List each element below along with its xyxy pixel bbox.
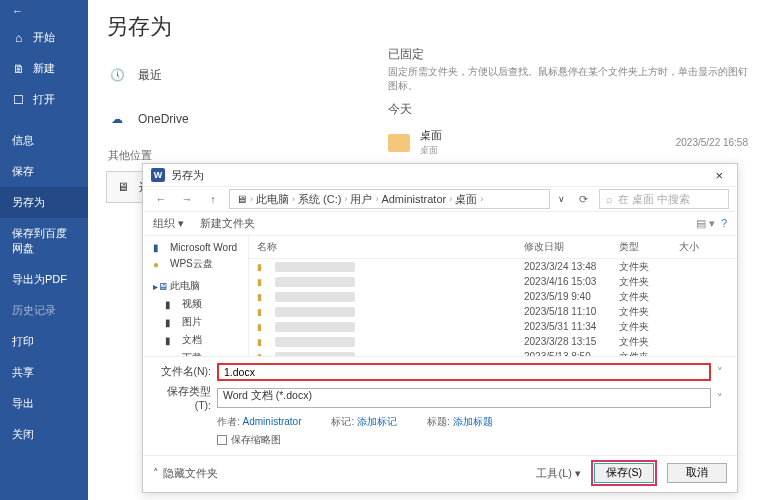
refresh-icon[interactable]: ⟳ — [573, 189, 593, 209]
filename-input[interactable] — [217, 363, 711, 381]
chevron-up-icon: ˄ — [153, 467, 159, 480]
tools-menu[interactable]: 工具(L) ▾ — [536, 466, 581, 481]
folder-icon — [388, 134, 410, 152]
title-value[interactable]: 添加标题 — [453, 416, 493, 427]
onedrive-icon: ☁ — [108, 110, 126, 128]
nav-forward-icon[interactable]: → — [177, 189, 197, 209]
tree-pictures[interactable]: ▮图片 — [143, 313, 248, 331]
dialog-buttons: ˄隐藏文件夹 工具(L) ▾ 保存(S) 取消 — [143, 455, 737, 492]
author-value[interactable]: Administrator — [243, 416, 302, 427]
sidebar-item-pdf[interactable]: 导出为PDF — [0, 264, 88, 295]
sidebar-item-baidu[interactable]: 保存到百度网盘 — [0, 218, 88, 264]
file-row[interactable]: ▮2023/3/24 13:48文件夹 — [249, 259, 737, 274]
tree-this-pc[interactable]: ▸🖥此电脑 — [143, 277, 248, 295]
pc-icon: ▸🖥 — [153, 281, 165, 292]
tag-value[interactable]: 添加标记 — [357, 416, 397, 427]
pc-icon: 🖥 — [236, 193, 247, 205]
dialog-footer: 文件名(N): ˅ 保存类型(T): Word 文档 (*.docx) ˅ 作者… — [143, 356, 737, 455]
file-list: 名称 修改日期 类型 大小 ▮2023/3/24 13:48文件夹▮2023/4… — [249, 236, 737, 356]
thumbnail-checkbox[interactable]: 保存缩略图 — [153, 433, 727, 447]
pinned-heading: 已固定 — [388, 46, 748, 63]
help-icon[interactable]: ? — [721, 217, 727, 230]
save-as-dialog: W 另存为 × ← → ↑ 🖥› 此电脑› 系统 (C:)› 用户› Admin… — [142, 163, 738, 493]
dialog-toolbar: 组织 ▾ 新建文件夹 ▤ ▾ ? — [143, 212, 737, 236]
sidebar-item-save[interactable]: 保存 — [0, 156, 88, 187]
picture-icon: ▮ — [165, 317, 177, 328]
clock-icon: 🕔 — [108, 66, 126, 84]
wps-icon: ● — [153, 259, 165, 270]
page-title: 另存为 — [106, 12, 744, 42]
cancel-button[interactable]: 取消 — [667, 463, 727, 483]
filetype-select[interactable]: Word 文档 (*.docx) — [217, 388, 711, 408]
file-row[interactable]: ▮2023/5/13 8:50文件夹 — [249, 349, 737, 356]
close-icon[interactable]: × — [709, 168, 729, 183]
organize-menu[interactable]: 组织 ▾ — [153, 216, 184, 231]
tree-documents[interactable]: ▮文档 — [143, 331, 248, 349]
file-row[interactable]: ▮2023/5/19 9:40文件夹 — [249, 289, 737, 304]
dialog-nav: ← → ↑ 🖥› 此电脑› 系统 (C:)› 用户› Administrator… — [143, 186, 737, 212]
today-heading: 今天 — [388, 101, 748, 118]
file-row[interactable]: ▮2023/5/18 11:10文件夹 — [249, 304, 737, 319]
search-icon: ⌕ — [606, 193, 613, 205]
file-row[interactable]: ▮2023/3/28 13:15文件夹 — [249, 334, 737, 349]
collapse-folders[interactable]: ˄隐藏文件夹 — [153, 466, 218, 481]
search-input[interactable]: ⌕在 桌面 中搜索 — [599, 189, 729, 209]
save-button[interactable]: 保存(S) — [594, 463, 654, 483]
sidebar-item-saveas[interactable]: 另存为 — [0, 187, 88, 218]
breadcrumb[interactable]: 🖥› 此电脑› 系统 (C:)› 用户› Administrator› 桌面› — [229, 189, 550, 209]
sidebar-item-export[interactable]: 导出 — [0, 388, 88, 419]
file-row[interactable]: ▮2023/5/31 11:34文件夹 — [249, 319, 737, 334]
sidebar-item-new[interactable]: 🗎新建 — [0, 53, 88, 84]
sidebar-item-home[interactable]: ⌂开始 — [0, 22, 88, 53]
nav-up-icon[interactable]: ↑ — [203, 189, 223, 209]
tree-downloads[interactable]: ↓下载 — [143, 349, 248, 356]
backstage-sidebar: ← ⌂开始 🗎新建 ☐打开 信息 保存 另存为 保存到百度网盘 导出为PDF 历… — [0, 0, 88, 500]
nav-back-icon[interactable]: ← — [151, 189, 171, 209]
sidebar-item-share[interactable]: 共享 — [0, 357, 88, 388]
new-folder-button[interactable]: 新建文件夹 — [200, 216, 255, 231]
recent-folder-desktop[interactable]: 桌面桌面 2023/5/22 16:58 — [388, 124, 748, 161]
folder-time: 2023/5/22 16:58 — [676, 137, 748, 148]
documents-icon: ▮ — [165, 335, 177, 346]
word-icon: ▮ — [153, 242, 165, 253]
sidebar-item-print[interactable]: 打印 — [0, 326, 88, 357]
pc-icon: 🖥 — [117, 180, 129, 194]
sidebar-item-history[interactable]: 历史记录 — [0, 295, 88, 326]
sidebar-item-info[interactable]: 信息 — [0, 125, 88, 156]
tree-videos[interactable]: ▮视频 — [143, 295, 248, 313]
pinned-note: 固定所需文件夹，方便以后查找。鼠标悬停在某个文件夹上方时，单击显示的图钉图标。 — [388, 65, 748, 93]
folder-tree: ▮Microsoft Word ●WPS云盘 ▸🖥此电脑 ▮视频 ▮图片 ▮文档… — [143, 236, 249, 356]
back-arrow[interactable]: ← — [0, 0, 88, 22]
tree-word[interactable]: ▮Microsoft Word — [143, 240, 248, 255]
view-icon[interactable]: ▤ ▾ — [696, 217, 715, 230]
file-row[interactable]: ▮2023/4/16 15:03文件夹 — [249, 274, 737, 289]
tree-wps[interactable]: ●WPS云盘 — [143, 255, 248, 273]
filetype-label: 保存类型(T): — [153, 385, 211, 411]
sidebar-item-open[interactable]: ☐打开 — [0, 84, 88, 115]
video-icon: ▮ — [165, 299, 177, 310]
word-icon: W — [151, 168, 165, 182]
sidebar-item-close[interactable]: 关闭 — [0, 419, 88, 450]
file-list-header[interactable]: 名称 修改日期 类型 大小 — [249, 236, 737, 259]
dialog-title: 另存为 — [171, 168, 204, 183]
filename-label: 文件名(N): — [153, 365, 211, 379]
dialog-titlebar: W 另存为 × — [143, 164, 737, 186]
